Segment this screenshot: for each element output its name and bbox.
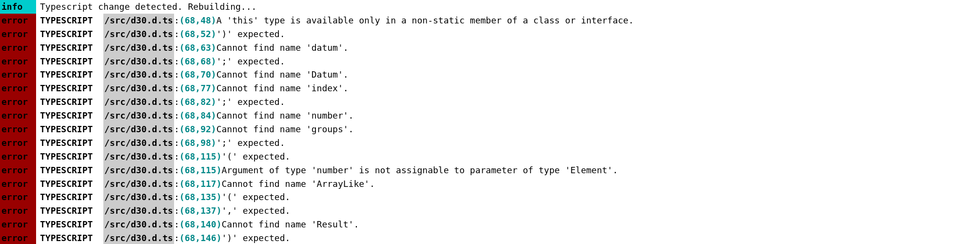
error-badge: error xyxy=(0,68,36,81)
error-badge: error xyxy=(0,150,36,163)
error-location: (68,117) xyxy=(179,177,222,191)
error-message: '(' expected. xyxy=(222,190,291,204)
typescript-label: TYPESCRIPT xyxy=(40,136,93,150)
file-path: /src/d30.d.ts xyxy=(103,150,174,163)
typescript-label: TYPESCRIPT xyxy=(40,204,93,218)
error-message: Cannot find name 'Result'. xyxy=(222,218,359,231)
file-path: /src/d30.d.ts xyxy=(103,204,174,218)
log-error-line: errorTYPESCRIPT /src/d30.d.ts : (68,115)… xyxy=(0,150,980,163)
error-message: Cannot find name 'groups'. xyxy=(216,122,354,136)
error-location: (68,140) xyxy=(179,218,222,231)
log-error-line: errorTYPESCRIPT /src/d30.d.ts : (68,68) … xyxy=(0,55,980,68)
typescript-label: TYPESCRIPT xyxy=(40,177,93,191)
error-message: ')' expected. xyxy=(216,27,285,41)
error-location: (68,135) xyxy=(179,190,222,204)
error-location: (68,146) xyxy=(179,231,222,244)
typescript-label: TYPESCRIPT xyxy=(40,150,93,163)
file-path: /src/d30.d.ts xyxy=(103,218,174,231)
error-message: ';' expected. xyxy=(216,95,285,109)
log-error-line: errorTYPESCRIPT /src/d30.d.ts : (68,70) … xyxy=(0,68,980,81)
error-location: (68,115) xyxy=(179,163,222,177)
separator-colon: : xyxy=(174,109,179,122)
error-message: Argument of type 'number' is not assigna… xyxy=(222,163,618,177)
error-location: (68,52) xyxy=(179,27,216,41)
typescript-label: TYPESCRIPT xyxy=(40,68,93,81)
error-message: ',' expected. xyxy=(222,204,291,218)
error-location: (68,84) xyxy=(179,109,216,122)
separator-colon: : xyxy=(174,27,179,41)
error-badge: error xyxy=(0,204,36,218)
separator-colon: : xyxy=(174,68,179,81)
file-path: /src/d30.d.ts xyxy=(103,55,174,68)
file-path: /src/d30.d.ts xyxy=(103,27,174,41)
error-badge: error xyxy=(0,95,36,109)
error-location: (68,98) xyxy=(179,136,216,150)
file-path: /src/d30.d.ts xyxy=(103,136,174,150)
error-badge: error xyxy=(0,231,36,244)
log-error-line: errorTYPESCRIPT /src/d30.d.ts : (68,135)… xyxy=(0,190,980,204)
file-path: /src/d30.d.ts xyxy=(103,109,174,122)
error-message: ';' expected. xyxy=(216,136,285,150)
typescript-label: TYPESCRIPT xyxy=(40,190,93,204)
separator-colon: : xyxy=(174,41,179,55)
typescript-label: TYPESCRIPT xyxy=(40,122,93,136)
log-error-line: errorTYPESCRIPT /src/d30.d.ts : (68,48) … xyxy=(0,14,980,27)
file-path: /src/d30.d.ts xyxy=(103,41,174,55)
error-badge: error xyxy=(0,136,36,150)
file-path: /src/d30.d.ts xyxy=(103,177,174,191)
error-message: ';' expected. xyxy=(216,55,285,68)
log-error-line: errorTYPESCRIPT /src/d30.d.ts : (68,98) … xyxy=(0,136,980,150)
error-badge: error xyxy=(0,177,36,191)
log-info-line: infoTypescript change detected. Rebuildi… xyxy=(0,0,980,14)
error-message: Cannot find name 'ArrayLike'. xyxy=(222,177,375,191)
separator-colon: : xyxy=(174,81,179,95)
log-error-line: errorTYPESCRIPT /src/d30.d.ts : (68,117)… xyxy=(0,177,980,191)
separator-colon: : xyxy=(174,136,179,150)
error-message: Cannot find name 'datum'. xyxy=(216,41,349,55)
typescript-label: TYPESCRIPT xyxy=(40,109,93,122)
separator-colon: : xyxy=(174,218,179,231)
log-error-line: errorTYPESCRIPT /src/d30.d.ts : (68,82) … xyxy=(0,95,980,109)
typescript-label: TYPESCRIPT xyxy=(40,231,93,244)
error-badge: error xyxy=(0,41,36,55)
error-location: (68,70) xyxy=(179,68,216,81)
separator-colon: : xyxy=(174,163,179,177)
typescript-label: TYPESCRIPT xyxy=(40,14,93,27)
file-path: /src/d30.d.ts xyxy=(103,68,174,81)
separator-colon: : xyxy=(174,204,179,218)
log-error-line: errorTYPESCRIPT /src/d30.d.ts : (68,92) … xyxy=(0,122,980,136)
error-message: Cannot find name 'number'. xyxy=(216,109,354,122)
separator-colon: : xyxy=(174,150,179,163)
file-path: /src/d30.d.ts xyxy=(103,81,174,95)
error-message: ')' expected. xyxy=(222,231,291,244)
error-message: '(' expected. xyxy=(222,150,291,163)
error-badge: error xyxy=(0,109,36,122)
typescript-label: TYPESCRIPT xyxy=(40,163,93,177)
error-badge: error xyxy=(0,190,36,204)
typescript-label: TYPESCRIPT xyxy=(40,218,93,231)
log-error-line: errorTYPESCRIPT /src/d30.d.ts : (68,115)… xyxy=(0,163,980,177)
separator-colon: : xyxy=(174,14,179,27)
log-error-line: errorTYPESCRIPT /src/d30.d.ts : (68,52) … xyxy=(0,27,980,41)
log-error-line: errorTYPESCRIPT /src/d30.d.ts : (68,77) … xyxy=(0,81,980,95)
file-path: /src/d30.d.ts xyxy=(103,95,174,109)
error-location: (68,82) xyxy=(179,95,216,109)
file-path: /src/d30.d.ts xyxy=(103,14,174,27)
file-path: /src/d30.d.ts xyxy=(103,231,174,244)
error-location: (68,92) xyxy=(179,122,216,136)
log-error-line: errorTYPESCRIPT /src/d30.d.ts : (68,146)… xyxy=(0,231,980,244)
error-badge: error xyxy=(0,81,36,95)
info-badge: info xyxy=(0,0,36,14)
file-path: /src/d30.d.ts xyxy=(103,163,174,177)
log-error-line: errorTYPESCRIPT /src/d30.d.ts : (68,84) … xyxy=(0,109,980,122)
error-location: (68,48) xyxy=(179,14,216,27)
error-badge: error xyxy=(0,55,36,68)
error-location: (68,68) xyxy=(179,55,216,68)
error-location: (68,63) xyxy=(179,41,216,55)
separator-colon: : xyxy=(174,190,179,204)
error-badge: error xyxy=(0,218,36,231)
error-message: Cannot find name 'Datum'. xyxy=(216,68,349,81)
log-error-line: errorTYPESCRIPT /src/d30.d.ts : (68,63) … xyxy=(0,41,980,55)
separator-colon: : xyxy=(174,55,179,68)
error-badge: error xyxy=(0,14,36,27)
